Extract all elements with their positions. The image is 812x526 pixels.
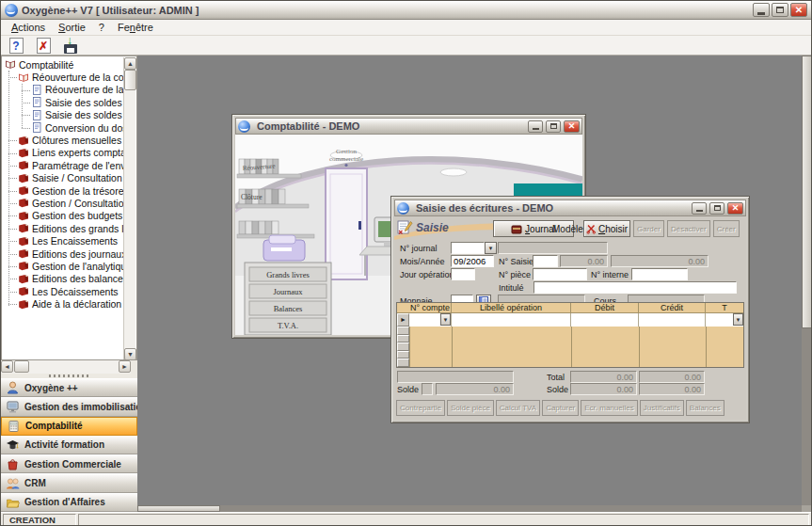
drawer-journaux[interactable]: Journaux <box>273 287 303 296</box>
accordion-item-label: Activité formation <box>24 439 104 450</box>
n-journal-dropdown-icon[interactable]: ▼ <box>485 242 497 254</box>
n-saisie-input[interactable] <box>533 255 558 267</box>
oxygene-logo-icon <box>238 120 250 133</box>
help-button[interactable]: ? <box>7 37 25 54</box>
tree-item[interactable]: Aide à la déclaration de TVA <box>3 297 123 310</box>
tree-item[interactable]: Les Décaissements <box>3 285 123 297</box>
minimize-button[interactable] <box>692 202 707 215</box>
shelf-label-cloture[interactable]: Clôture <box>241 193 263 201</box>
tree-vertical-scrollbar[interactable]: ▲ ▼ <box>123 57 135 360</box>
tree-item[interactable]: Comptabilité <box>3 58 123 71</box>
tree-item-label: Gestion de l'analytique <box>32 261 123 272</box>
n-interne-input[interactable] <box>631 268 688 280</box>
maximize-button[interactable] <box>709 202 724 215</box>
menu-item[interactable]: ? <box>92 21 111 34</box>
tree-item[interactable]: Les Encaissements <box>3 234 123 247</box>
door-label-line1[interactable]: Gestion <box>336 148 357 155</box>
maximize-button[interactable] <box>772 3 788 17</box>
exit-button[interactable]: ✗ <box>34 37 53 54</box>
tree-item[interactable]: Conversion du dossier en euro <box>3 121 123 134</box>
scrollbar-corner <box>802 505 812 512</box>
tree-item[interactable]: Gestion des budgets <box>3 210 123 222</box>
close-button[interactable]: ✕ <box>564 120 580 133</box>
save-button[interactable]: ↓ <box>61 37 80 54</box>
tree-item[interactable]: Editions des balances <box>3 273 123 285</box>
table-header-row: N° compte Libellé opération Débit Crédit… <box>397 303 743 313</box>
tree-item[interactable]: Paramétrage de l'environnement <box>3 159 123 171</box>
office-door[interactable] <box>326 168 367 279</box>
book-icon <box>18 261 29 271</box>
drawer-grands-livres[interactable]: Grands livres <box>266 270 310 279</box>
close-button[interactable]: ✕ <box>790 3 807 17</box>
tree-item[interactable]: Saisie des soldes N-1 <box>3 96 123 108</box>
tree-item-label: Paramétrage de l'environnement <box>32 160 123 171</box>
debit-cell[interactable] <box>571 313 639 327</box>
drawer-balances[interactable]: Balances <box>274 304 303 313</box>
door-label-line2[interactable]: commerciale <box>329 155 363 163</box>
compte-dropdown-icon[interactable]: ▼ <box>440 313 451 326</box>
scrollbar-thumb[interactable] <box>124 70 136 90</box>
accordion-module-item[interactable]: CRM <box>1 473 137 492</box>
tree-item[interactable]: Editions des grands livres <box>3 222 123 234</box>
tree-item[interactable]: Réouverture de la comptabilité <box>3 71 123 83</box>
tree-item-label: Réouverture de la comptabilité <box>32 72 123 83</box>
jour-operation-input[interactable] <box>451 268 475 280</box>
tree-item[interactable]: Gestion / Consultation des comptes <box>3 197 123 209</box>
oxygene-logo-icon <box>5 4 18 17</box>
book-icon <box>18 211 29 221</box>
scrollbar-thumb[interactable] <box>802 56 812 328</box>
tree-item[interactable]: Editions des journaux <box>3 247 123 260</box>
t-cell[interactable]: ▼ <box>706 313 743 327</box>
accordion-module-item[interactable]: Activité formation <box>1 436 137 454</box>
entry-row-active[interactable]: ► ▼ ▼ <box>397 313 743 327</box>
minimize-button[interactable] <box>528 120 543 133</box>
save-icon: ↓ <box>63 38 78 54</box>
accordion-module-item[interactable]: Gestion d'Affaires <box>1 493 137 512</box>
tree-item-label: Editions des journaux <box>32 248 123 260</box>
tree-horizontal-scrollbar[interactable]: ◄ ► <box>1 360 131 374</box>
intitule-input[interactable] <box>533 281 737 294</box>
accordion-item-label: Gestion des immobilisations <box>24 402 137 412</box>
scrollbar-thumb[interactable] <box>137 505 220 512</box>
scroll-left-icon[interactable]: ◄ <box>1 360 13 373</box>
close-button[interactable]: ✕ <box>727 202 743 215</box>
accordion-module-item[interactable]: Oxygène ++ <box>1 378 137 397</box>
saisie-window-titlebar[interactable]: Saisie des écritures - DEMO ✕ <box>394 199 746 216</box>
scroll-up-icon[interactable]: ▲ <box>124 57 136 70</box>
workspace-vertical-scrollbar[interactable] <box>802 56 812 505</box>
solde-credit-display: 0.00 <box>639 383 705 395</box>
tree-item[interactable]: Gestion de l'analytique <box>3 260 123 272</box>
n-journal-input[interactable] <box>451 242 485 254</box>
menu-item[interactable]: Actions <box>5 21 52 34</box>
book-icon <box>18 223 29 233</box>
scroll-down-icon[interactable]: ▼ <box>124 348 136 360</box>
tree-item[interactable]: Saisie des soldes N-2 <box>3 109 123 121</box>
maximize-button[interactable] <box>546 120 561 133</box>
mois-annee-input[interactable] <box>451 255 494 267</box>
tree-item[interactable]: Réouverture de la comptabilité <box>3 84 123 96</box>
comptabilite-window-titlebar[interactable]: Comptabilité - DEMO ✕ <box>235 118 582 135</box>
menu-item[interactable]: Sortie <box>52 21 92 34</box>
credit-cell[interactable] <box>639 313 706 327</box>
accordion-module-item[interactable]: Gestion Commerciale <box>1 454 137 473</box>
tree-item[interactable]: Clôtures mensuelles et annuelles <box>3 134 123 146</box>
tree-item[interactable]: Saisie / Consultation / Imputation <box>3 172 123 184</box>
libelle-cell[interactable] <box>452 313 571 327</box>
row-selector-arrow-icon[interactable]: ► <box>397 313 409 327</box>
tree-item[interactable]: Liens experts comptables <box>3 147 123 159</box>
book-icon <box>18 236 29 247</box>
scroll-right-icon[interactable]: ► <box>119 360 131 373</box>
compte-cell[interactable]: ▼ <box>409 313 452 327</box>
accordion-module-item[interactable]: Gestion des immobilisations <box>1 397 137 416</box>
workspace-horizontal-scrollbar[interactable] <box>137 505 802 512</box>
accordion-module-item[interactable]: Comptabilité <box>1 417 137 436</box>
drawer-tva[interactable]: T.V.A. <box>278 321 298 330</box>
t-dropdown-icon[interactable]: ▼ <box>733 313 743 326</box>
entries-table: N° compte Libellé opération Débit Crédit… <box>396 302 744 368</box>
tree-item[interactable]: Gestion de la trésorerie <box>3 184 123 197</box>
minimize-button[interactable] <box>753 3 770 17</box>
scrollbar-thumb[interactable] <box>14 360 29 373</box>
choisir-button[interactable]: Choisir <box>583 220 630 237</box>
n-piece-input[interactable] <box>533 268 587 280</box>
menu-item[interactable]: Fenêtre <box>111 21 160 34</box>
